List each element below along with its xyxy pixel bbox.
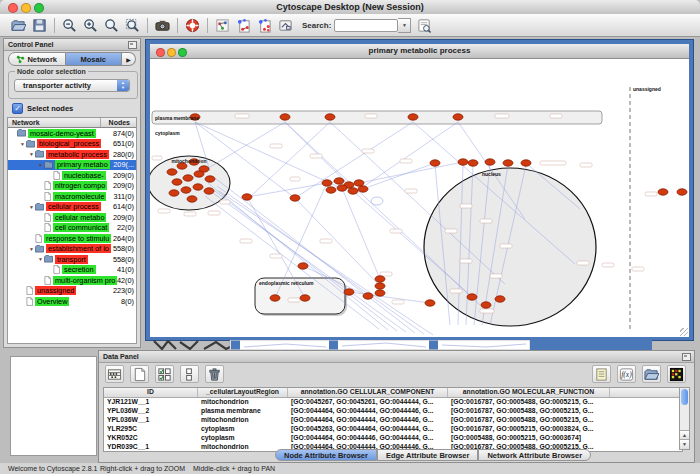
network-node[interactable] xyxy=(485,159,495,165)
network-node[interactable] xyxy=(503,160,513,166)
scroll-down-button[interactable]: ▼ xyxy=(680,439,689,449)
table-row-YJR121W__1[interactable]: YJR121W__1mitochondrion[GO:0045267, GO:0… xyxy=(104,398,682,407)
zoom-window-button[interactable] xyxy=(34,3,44,13)
tree-row-response-to-stimulu[interactable]: response to stimulu264(0) xyxy=(8,233,136,244)
tree-row-transport[interactable]: ▼transport558(0) xyxy=(8,254,136,265)
attribute-table[interactable]: ID_cellularLayoutRegionannotation.GO CEL… xyxy=(103,387,683,452)
network-node[interactable] xyxy=(326,187,336,193)
tree-row-primary-metabo[interactable]: ▼primary metabo209(... xyxy=(8,160,136,171)
network-node[interactable] xyxy=(458,159,468,165)
net-minimize-button[interactable] xyxy=(167,48,176,57)
table-row-YKR052C[interactable]: YKR052Ccytoplasm[GO:0044464, GO:0044446,… xyxy=(104,434,682,443)
tab-network-attribute-browser[interactable]: Network Attribute Browser xyxy=(478,449,591,461)
network-node[interactable] xyxy=(358,186,368,192)
tree-row-cellular-process[interactable]: ▼cellular process614(0) xyxy=(8,202,136,213)
tree-row-cellular-metabo[interactable]: cellular metabo209(0) xyxy=(8,212,136,223)
import-attribute-file-icon[interactable] xyxy=(642,365,661,383)
resize-grip-icon[interactable] xyxy=(680,328,688,336)
network-node[interactable] xyxy=(348,188,358,194)
network-node[interactable] xyxy=(375,276,385,282)
network-node[interactable] xyxy=(677,189,687,195)
network-node[interactable] xyxy=(205,176,215,182)
unselect-attributes-icon[interactable] xyxy=(180,365,199,383)
network-node[interactable] xyxy=(453,114,463,120)
tree-expander-icon[interactable]: ▼ xyxy=(37,256,44,262)
scrollbar-thumb[interactable] xyxy=(681,389,688,405)
network-node[interactable] xyxy=(193,184,203,190)
tree-expander-icon[interactable]: ▼ xyxy=(28,204,35,210)
tree-row-metabolic-process[interactable]: ▼metabolic process280(0) xyxy=(8,149,136,160)
network-node[interactable] xyxy=(300,295,310,301)
import-network-icon[interactable] xyxy=(214,17,231,34)
select-attributes-icon[interactable] xyxy=(155,365,174,383)
tree-row-macromolecule[interactable]: macromolecule311(0) xyxy=(8,191,136,202)
tab-network[interactable]: Network xyxy=(8,52,66,66)
table-header-2[interactable]: annotation.GO CELLULAR_COMPONENT xyxy=(288,388,448,397)
tree-row-cell-communicat[interactable]: cell communicat22(0) xyxy=(8,223,136,234)
attribute-table-header[interactable]: ID_cellularLayoutRegionannotation.GO CEL… xyxy=(104,388,682,398)
attribute-matrix-icon[interactable] xyxy=(105,365,124,383)
float-panel-icon[interactable] xyxy=(128,41,137,49)
help-lifesaver-icon[interactable] xyxy=(184,17,201,34)
tab-mosaic[interactable]: Mosaic xyxy=(66,52,123,66)
network-node[interactable] xyxy=(495,296,505,302)
tabs-overflow-button[interactable]: ▶ xyxy=(122,52,136,66)
net-zoom-button[interactable] xyxy=(178,48,187,57)
function-builder-icon[interactable]: f(x) xyxy=(617,365,636,383)
tree-row-establishment-of-lo[interactable]: ▼establishment of lo558(0) xyxy=(8,244,136,255)
network-node[interactable] xyxy=(169,190,179,196)
tree-expander-icon[interactable]: ▼ xyxy=(19,141,26,147)
table-header-3[interactable]: annotation.GO MOLECULAR_FUNCTION xyxy=(448,388,610,397)
search-config-icon[interactable] xyxy=(416,17,433,34)
network-node[interactable] xyxy=(204,188,214,194)
node-color-dropdown[interactable]: transporter activity ▲▼ xyxy=(14,79,130,92)
snapshot-icon[interactable] xyxy=(154,17,171,34)
tree-expander-icon[interactable]: ▼ xyxy=(37,162,44,168)
network-node[interactable] xyxy=(375,290,385,296)
zoom-selected-icon[interactable] xyxy=(124,17,141,34)
tree-row-nucleobase-[interactable]: nucleobase-209(0) xyxy=(8,170,136,181)
network-node[interactable] xyxy=(337,185,347,191)
table-row-YPL036W__2[interactable]: YPL036W__2plasma membrane[GO:0044464, GO… xyxy=(104,407,682,416)
zoom-fit-icon[interactable] xyxy=(103,17,120,34)
network-node[interactable] xyxy=(425,300,435,306)
tree-row-multi-organism-pro[interactable]: multi-organism pro42(0) xyxy=(8,275,136,286)
heatmap-icon[interactable] xyxy=(667,365,686,383)
table-header-1[interactable]: _cellularLayoutRegion xyxy=(198,388,288,397)
close-button[interactable] xyxy=(8,3,18,13)
select-nodes-checkbox[interactable]: ✓ xyxy=(12,103,23,114)
tree-expander-icon[interactable]: ▼ xyxy=(28,246,35,252)
network-node[interactable] xyxy=(298,263,308,269)
network-canvas[interactable]: plasma membranecytoplasmmitochondrionnuc… xyxy=(150,59,689,337)
tree-row-mosaic-demo-yeast[interactable]: mosaic-demo-yeast874(0) xyxy=(8,128,136,139)
network-node[interactable] xyxy=(290,195,300,201)
network-node[interactable] xyxy=(280,114,290,120)
search-input[interactable] xyxy=(334,19,398,32)
network-node[interactable] xyxy=(334,178,344,184)
table-row-YPL036W__1[interactable]: YPL036W__1mitochondrion[GO:0044464, GO:0… xyxy=(104,416,682,425)
open-icon[interactable] xyxy=(10,17,27,34)
tab-edge-attribute-browser[interactable]: Edge Attribute Browser xyxy=(377,449,478,461)
network-node[interactable] xyxy=(194,171,204,177)
network-node[interactable] xyxy=(172,179,182,185)
tab-node-attribute-browser[interactable]: Node Attribute Browser xyxy=(275,449,377,461)
network-node[interactable] xyxy=(322,180,332,186)
annotation-icon[interactable] xyxy=(277,17,294,34)
network-node[interactable] xyxy=(344,289,354,295)
zoom-out-icon[interactable] xyxy=(61,17,78,34)
tree-column-header[interactable]: Network Nodes xyxy=(7,117,137,128)
network-node[interactable] xyxy=(167,169,177,175)
tree-row-unassigned[interactable]: unassigned223(0) xyxy=(8,286,136,297)
network-node[interactable] xyxy=(468,160,478,166)
network-node[interactable] xyxy=(354,180,364,186)
table-header-0[interactable]: ID xyxy=(104,388,198,397)
create-attribute-icon[interactable] xyxy=(130,365,149,383)
network-node[interactable] xyxy=(408,114,418,120)
search-dropdown-arrow[interactable]: ▼ xyxy=(398,18,411,33)
table-scrollbar[interactable]: ▲ ▼ xyxy=(679,387,690,450)
network-node[interactable] xyxy=(375,283,385,289)
network-node[interactable] xyxy=(181,187,191,193)
import-expression-icon[interactable] xyxy=(256,17,273,34)
network-node[interactable] xyxy=(521,160,531,166)
net-close-button[interactable] xyxy=(156,48,165,57)
